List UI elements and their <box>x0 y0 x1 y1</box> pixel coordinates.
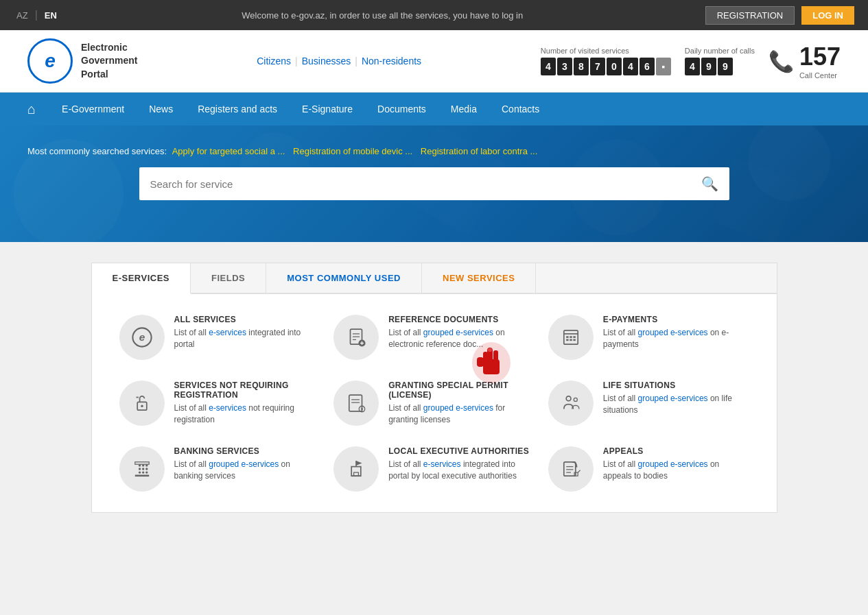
most-searched: Most commonly searched services: Apply f… <box>27 146 841 156</box>
tab-newservices[interactable]: NEW SERVICES <box>422 263 536 293</box>
search-button[interactable]: 🔍 <box>701 176 718 192</box>
tab-fields[interactable]: FIELDS <box>191 263 266 293</box>
login-button[interactable]: LOG IN <box>801 6 854 25</box>
nav-documents[interactable]: Documents <box>365 93 438 125</box>
service-local-executive[interactable]: LOCAL EXECUTIVE AUTHORITIES List of all … <box>333 446 535 492</box>
service-granting-license[interactable]: GRANTING SPECIAL PERMIT (LICENSE) List o… <box>333 381 535 426</box>
people-icon <box>559 391 583 415</box>
lock-open-icon <box>130 391 154 415</box>
life-situations-title: LIFE SITUATIONS <box>603 381 749 390</box>
service-no-registration[interactable]: SERVICES NOT REQUIRING REGISTRATION List… <box>119 381 320 426</box>
svg-rect-17 <box>566 336 568 338</box>
svg-marker-48 <box>356 461 362 466</box>
banking-title: BANKING SERVICES <box>174 446 320 456</box>
nonresidents-link[interactable]: Non-residents <box>362 56 421 67</box>
citizens-link[interactable]: Citizens <box>257 56 291 67</box>
welcome-message: Welcome to e-gov.az, in order to use all… <box>242 10 523 21</box>
tab-mostused[interactable]: MOST COMMONLY USED <box>266 263 422 293</box>
audience-nav: Citizens | Businesses | Non-residents <box>257 56 421 67</box>
businesses-link[interactable]: Businesses <box>302 56 351 67</box>
search-link-2[interactable]: Registration of mobile devic ... <box>293 146 412 156</box>
certificate-icon <box>344 391 368 415</box>
service-banking[interactable]: BANKING SERVICES List of all grouped e-s… <box>119 446 320 492</box>
nav-esignature[interactable]: E-Signature <box>290 93 365 125</box>
visited-digits: 4 3 8 7 0 4 6 ▪ <box>541 58 671 75</box>
svg-rect-18 <box>570 336 572 338</box>
digit: 7 <box>590 58 605 75</box>
svg-rect-26 <box>349 395 362 411</box>
call-center-label: Call Center <box>799 71 841 80</box>
top-actions: REGISTRATION LOG IN <box>705 6 854 25</box>
digit: 4 <box>541 58 556 75</box>
visited-label: Number of visited services <box>541 47 671 55</box>
all-services-desc: List of all e-services integrated into p… <box>174 327 320 350</box>
digit: ▪ <box>656 58 671 75</box>
service-all-services[interactable]: e ALL SERVICES List of all e-services in… <box>119 315 320 360</box>
granting-license-title: GRANTING SPECIAL PERMIT (LICENSE) <box>388 381 535 400</box>
registration-button[interactable]: REGISTRATION <box>705 6 795 25</box>
nav-contacts[interactable]: Contacts <box>489 93 552 125</box>
epayments-icon-wrap <box>548 315 594 360</box>
payments-icon <box>559 326 583 349</box>
egov-icon: e <box>130 326 154 349</box>
search-input[interactable] <box>150 178 701 190</box>
services-grid: e ALL SERVICES List of all e-services in… <box>92 294 777 512</box>
digit: 3 <box>557 58 572 75</box>
call-center: 📞 157 Call Center <box>769 43 841 80</box>
digit: 9 <box>718 58 733 75</box>
content-area: E-SERVICES FIELDS MOST COMMONLY USED NEW… <box>91 263 777 513</box>
digit: 8 <box>574 58 589 75</box>
banking-icon-wrap <box>119 446 165 492</box>
lang-en-button[interactable]: EN <box>42 9 60 22</box>
no-registration-icon-wrap <box>119 381 165 426</box>
service-epayments[interactable]: E-PAYMENTS List of all grouped e-service… <box>548 315 749 360</box>
digit: 4 <box>623 58 638 75</box>
life-situations-icon-wrap <box>548 381 594 426</box>
service-reference-docs[interactable]: REFERENCE DOCUMENTS List of all grouped … <box>333 315 535 360</box>
logo-text: ElectronicGovernmentPortal <box>81 41 137 82</box>
epayments-desc: List of all grouped e-services on e- pay… <box>603 327 749 350</box>
tab-eservices[interactable]: E-SERVICES <box>92 263 191 294</box>
granting-license-desc: List of all grouped e-services for grant… <box>388 402 535 426</box>
svg-rect-46 <box>351 467 361 477</box>
svg-line-55 <box>578 470 580 472</box>
svg-point-43 <box>145 471 148 473</box>
lang-az-button[interactable]: AZ <box>14 9 31 22</box>
svg-rect-51 <box>564 462 576 476</box>
svg-point-39 <box>142 468 144 470</box>
search-link-3[interactable]: Registration of labor contra ... <box>421 146 538 156</box>
digit: 0 <box>607 58 622 75</box>
epayments-title: E-PAYMENTS <box>603 315 749 324</box>
svg-point-33 <box>566 396 571 401</box>
search-link-1[interactable]: Apply for targeted social a ... <box>172 146 285 156</box>
calls-label: Daily number of calls <box>685 47 755 55</box>
daily-calls-stat: Daily number of calls 4 9 9 <box>685 47 755 75</box>
svg-point-24 <box>141 405 143 407</box>
nav-news[interactable]: News <box>137 93 185 125</box>
svg-point-41 <box>138 471 140 473</box>
svg-rect-45 <box>134 475 148 477</box>
digit: 6 <box>640 58 655 75</box>
call-number: 157 <box>799 43 841 71</box>
service-appeals[interactable]: APPEALS List of all grouped e-services o… <box>548 446 749 492</box>
nav-egovernment[interactable]: E-Government <box>49 93 137 125</box>
svg-point-34 <box>574 398 577 401</box>
svg-point-40 <box>145 468 148 470</box>
svg-rect-22 <box>573 339 575 341</box>
svg-point-42 <box>142 471 144 473</box>
local-executive-title: LOCAL EXECUTIVE AUTHORITIES <box>388 446 535 456</box>
appeals-icon-wrap <box>548 446 594 492</box>
life-situations-desc: List of all grouped e-services on life s… <box>603 393 749 416</box>
svg-rect-20 <box>566 339 568 341</box>
appeals-title: APPEALS <box>603 446 749 456</box>
banking-desc: List of all grouped e-services on bankin… <box>174 459 320 482</box>
document-icon <box>344 326 368 349</box>
nav-media[interactable]: Media <box>438 93 489 125</box>
stats-area: Number of visited services 4 3 8 7 0 4 6… <box>541 43 841 80</box>
service-life-situations[interactable]: LIFE SITUATIONS List of all grouped e-se… <box>548 381 749 426</box>
home-icon[interactable]: ⌂ <box>27 101 36 117</box>
nav-registers[interactable]: Registers and acts <box>185 93 290 125</box>
header: e ElectronicGovernmentPortal Citizens | … <box>0 30 868 93</box>
flag-building-icon <box>344 457 368 481</box>
digit: 4 <box>685 58 700 75</box>
